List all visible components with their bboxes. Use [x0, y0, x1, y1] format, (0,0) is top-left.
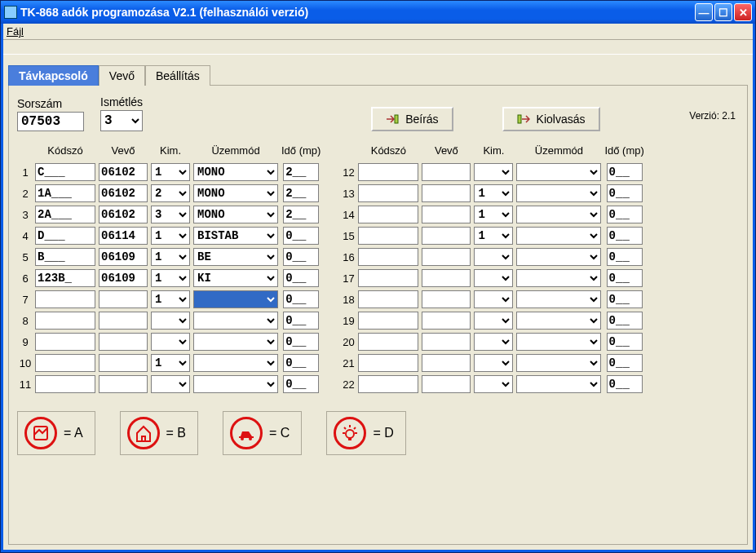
uzemmod-select[interactable] [516, 248, 601, 266]
kodszo-input[interactable] [35, 227, 95, 245]
vevo-input[interactable] [422, 375, 471, 393]
vevo-input[interactable] [422, 269, 471, 287]
kodszo-input[interactable] [35, 375, 95, 393]
ido-input[interactable] [607, 354, 643, 372]
uzemmod-select[interactable] [516, 184, 601, 202]
kiolvasas-button[interactable]: Kiolvasás [502, 107, 600, 131]
vevo-input[interactable] [422, 227, 471, 245]
kodszo-input[interactable] [35, 354, 95, 372]
tab-vevo[interactable]: Vevő [99, 65, 145, 86]
uzemmod-select[interactable] [193, 333, 278, 351]
vevo-input[interactable] [422, 290, 471, 308]
kim-select[interactable]: 1 [151, 354, 190, 372]
ido-input[interactable] [607, 206, 643, 223]
vevo-input[interactable] [99, 184, 148, 202]
kodszo-input[interactable] [358, 269, 418, 287]
kim-select[interactable] [474, 248, 513, 266]
uzemmod-select[interactable] [193, 354, 278, 372]
vevo-input[interactable] [99, 269, 148, 287]
vevo-input[interactable] [99, 375, 148, 393]
uzemmod-select[interactable]: MONO [193, 184, 278, 202]
kodszo-input[interactable] [35, 312, 95, 330]
kodszo-input[interactable] [358, 248, 418, 266]
close-button[interactable]: ✕ [734, 3, 752, 21]
kim-select[interactable]: 1 [151, 227, 190, 245]
kim-select[interactable]: 3 [151, 206, 190, 223]
uzemmod-select[interactable]: BE [193, 248, 278, 266]
vevo-input[interactable] [422, 354, 471, 372]
kodszo-input[interactable] [35, 184, 95, 202]
kim-select[interactable] [151, 375, 190, 393]
vevo-input[interactable] [422, 312, 471, 330]
ido-input[interactable] [607, 269, 643, 287]
vevo-input[interactable] [99, 290, 148, 308]
sorszam-input[interactable] [17, 112, 84, 131]
kim-select[interactable]: 2 [151, 184, 190, 202]
vevo-input[interactable] [99, 354, 148, 372]
ido-input[interactable] [283, 206, 319, 223]
uzemmod-select[interactable] [516, 163, 601, 181]
kim-select[interactable] [474, 375, 513, 393]
kim-select[interactable]: 1 [151, 248, 190, 266]
ido-input[interactable] [607, 184, 643, 202]
ido-input[interactable] [607, 375, 643, 393]
kodszo-input[interactable] [358, 163, 418, 181]
ido-input[interactable] [283, 163, 319, 181]
maximize-button[interactable]: ☐ [714, 3, 732, 21]
ido-input[interactable] [607, 248, 643, 266]
kodszo-input[interactable] [358, 184, 418, 202]
kim-select[interactable]: 1 [151, 269, 190, 287]
vevo-input[interactable] [99, 206, 148, 223]
uzemmod-select[interactable] [516, 375, 601, 393]
ismetles-select[interactable]: 3 [100, 110, 143, 131]
kodszo-input[interactable] [35, 269, 95, 287]
kim-select[interactable] [474, 312, 513, 330]
ido-input[interactable] [283, 290, 319, 308]
uzemmod-select[interactable]: MONO [193, 206, 278, 223]
kodszo-input[interactable] [358, 290, 418, 308]
tab-tavkapcsolo[interactable]: Távkapcsoló [8, 65, 99, 86]
kim-select[interactable] [474, 290, 513, 308]
ido-input[interactable] [607, 290, 643, 308]
uzemmod-select[interactable]: KI [193, 269, 278, 287]
kodszo-input[interactable] [358, 312, 418, 330]
kim-select[interactable] [474, 163, 513, 181]
minimize-button[interactable]: — [695, 3, 713, 21]
kodszo-input[interactable] [35, 248, 95, 266]
ido-input[interactable] [283, 375, 319, 393]
uzemmod-select[interactable] [516, 354, 601, 372]
ido-input[interactable] [607, 333, 643, 351]
vevo-input[interactable] [99, 227, 148, 245]
kodszo-input[interactable] [358, 206, 418, 223]
uzemmod-select[interactable] [193, 375, 278, 393]
kodszo-input[interactable] [358, 375, 418, 393]
kim-select[interactable] [474, 333, 513, 351]
vevo-input[interactable] [422, 206, 471, 223]
kodszo-input[interactable] [35, 163, 95, 181]
kim-select[interactable]: 1 [151, 290, 190, 308]
kim-select[interactable]: 1 [474, 227, 513, 245]
kim-select[interactable]: 1 [474, 184, 513, 202]
kodszo-input[interactable] [358, 227, 418, 245]
uzemmod-select[interactable]: BISTAB [193, 227, 278, 245]
kodszo-input[interactable] [35, 290, 95, 308]
vevo-input[interactable] [99, 163, 148, 181]
kim-select[interactable]: 1 [151, 163, 190, 181]
ido-input[interactable] [283, 184, 319, 202]
ido-input[interactable] [607, 163, 643, 181]
tab-beallitas[interactable]: Beállítás [145, 65, 210, 86]
kim-select[interactable] [151, 312, 190, 330]
kim-select[interactable] [474, 354, 513, 372]
kim-select[interactable]: 1 [474, 206, 513, 223]
ido-input[interactable] [283, 248, 319, 266]
kodszo-input[interactable] [35, 206, 95, 223]
ido-input[interactable] [283, 333, 319, 351]
ido-input[interactable] [607, 227, 643, 245]
kodszo-input[interactable] [358, 354, 418, 372]
vevo-input[interactable] [422, 184, 471, 202]
ido-input[interactable] [607, 312, 643, 330]
uzemmod-select[interactable] [193, 290, 278, 308]
vevo-input[interactable] [422, 163, 471, 181]
ido-input[interactable] [283, 354, 319, 372]
uzemmod-select[interactable] [516, 206, 601, 223]
